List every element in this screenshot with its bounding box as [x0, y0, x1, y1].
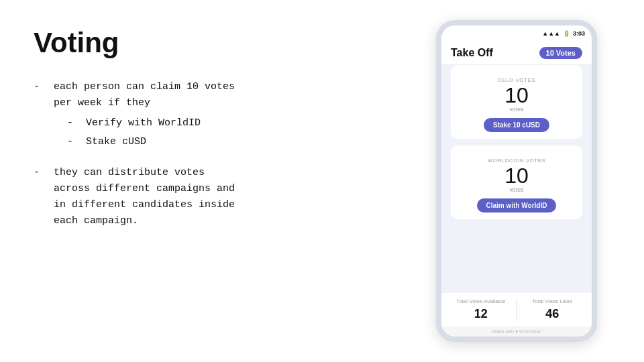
celo-votes-number: 10 — [458, 84, 576, 106]
battery-icon: 🔋 — [563, 30, 570, 37]
available-value: 12 — [451, 307, 511, 321]
bullet-text: each person can claim 10 votesper week i… — [54, 79, 356, 153]
phone-mockup: ▲▲▲ 🔋 3:03 Take Off 10 Votes CELO VOTES … — [436, 20, 597, 342]
celo-votes-card: CELO VOTES 10 votes Stake 10 cUSD — [451, 65, 582, 139]
used-value: 46 — [523, 307, 583, 321]
celo-votes-sublabel: votes — [458, 106, 576, 113]
app-header: Take Off 10 Votes — [441, 42, 592, 65]
bullet-text: they can distribute votesacross differen… — [54, 165, 356, 229]
available-label: Total Votes Available — [451, 298, 511, 304]
footer-divider — [517, 298, 517, 321]
app-title: Take Off — [451, 47, 493, 59]
phone-footer: Total Votes Available 12 Total Votes Use… — [441, 293, 592, 326]
list-item: - each person can claim 10 votesper week… — [34, 79, 356, 153]
dash-icon: - — [34, 79, 54, 95]
claim-worldid-button[interactable]: Claim with WorldID — [477, 198, 557, 213]
phone-attribution: Made with ♥ Whimsical — [441, 326, 592, 337]
sub-dash-icon: - — [67, 115, 86, 131]
time-display: 3:03 — [573, 30, 585, 37]
wifi-icon: ▲▲▲ — [542, 30, 560, 37]
sub-item-text: Stake cUSD — [86, 134, 146, 150]
list-item: - Stake cUSD — [54, 134, 356, 150]
worldcoin-votes-number: 10 — [458, 165, 576, 186]
total-votes-available: Total Votes Available 12 — [451, 298, 511, 321]
worldcoin-votes-card: WORLDCOIN VOTES 10 votes Claim with Worl… — [451, 145, 582, 219]
phone-content: CELO VOTES 10 votes Stake 10 cUSD WORLDC… — [441, 65, 592, 293]
left-panel: Voting - each person can claim 10 votesp… — [0, 0, 389, 362]
total-votes-used: Total Votes Used 46 — [523, 298, 583, 321]
bullet-main-text: each person can claim 10 votesper week i… — [54, 81, 235, 109]
votes-badge[interactable]: 10 Votes — [539, 47, 582, 59]
status-bar: ▲▲▲ 🔋 3:03 — [441, 25, 592, 42]
bullet-main-text: they can distribute votesacross differen… — [54, 167, 235, 227]
stake-cusd-button[interactable]: Stake 10 cUSD — [484, 118, 549, 132]
used-label: Total Votes Used — [523, 298, 583, 304]
bullet-list: - each person can claim 10 votesper week… — [34, 79, 356, 241]
sub-dash-icon: - — [67, 134, 86, 150]
list-item: - Verify with WorldID — [54, 115, 356, 131]
sub-item-text: Verify with WorldID — [86, 115, 201, 131]
list-item: - they can distribute votesacross differ… — [34, 165, 356, 229]
sub-list: - Verify with WorldID - Stake cUSD — [54, 115, 356, 150]
status-icons: ▲▲▲ 🔋 3:03 — [542, 30, 585, 37]
dash-icon: - — [34, 165, 54, 181]
right-panel: ▲▲▲ 🔋 3:03 Take Off 10 Votes CELO VOTES … — [389, 0, 644, 362]
page-title: Voting — [34, 27, 356, 59]
phone-screen: ▲▲▲ 🔋 3:03 Take Off 10 Votes CELO VOTES … — [441, 25, 592, 337]
worldcoin-votes-sublabel: votes — [458, 186, 576, 193]
